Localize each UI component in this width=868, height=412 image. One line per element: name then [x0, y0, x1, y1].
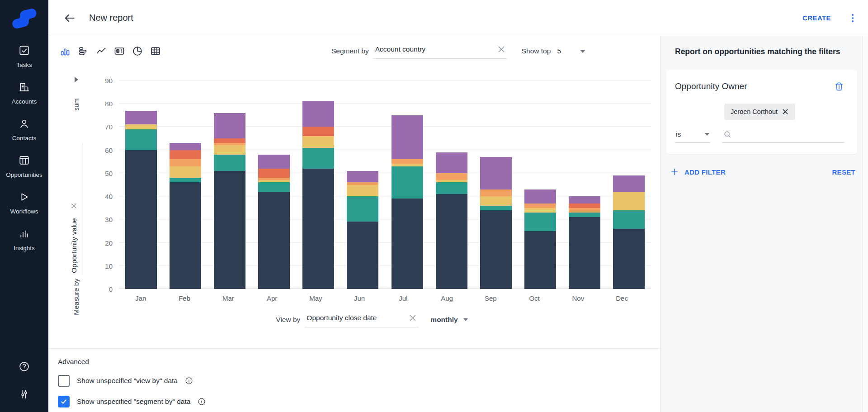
bar-jun[interactable]	[347, 171, 378, 289]
sidebar: TasksAccountsContactsOpportunitiesWorkfl…	[0, 0, 48, 412]
workflows-icon	[18, 191, 30, 205]
horizontal-bar-chart-icon[interactable]	[76, 44, 90, 58]
tasks-icon	[18, 44, 30, 58]
info-icon[interactable]	[197, 397, 206, 406]
measure-by-field[interactable]: Opportunity value	[70, 142, 83, 275]
chart-controls-row: Segment by Account country Show top 5	[48, 36, 660, 66]
bar-segment-segment-5-red	[214, 138, 245, 143]
sidebar-item-workflows[interactable]: Workflows	[0, 191, 48, 215]
filter-card: Opportunity Owner Jeroen Co	[666, 70, 857, 154]
segment-by-group: Segment by Account country	[331, 43, 507, 59]
bar-segment-segment-4-orange	[480, 189, 512, 196]
bar-segment-segment-3-yellow	[214, 145, 245, 154]
filters-panel: Report on opportunities matching the fil…	[660, 36, 868, 412]
filter-value-chip[interactable]: Jeroen Corthout	[724, 104, 795, 120]
measure-by-value[interactable]: Opportunity value	[70, 218, 78, 273]
sidebar-item-insights[interactable]: Insights	[0, 227, 48, 251]
segment-by-label: Segment by	[331, 47, 369, 55]
scrollbar[interactable]	[863, 36, 868, 412]
granularity-dropdown[interactable]: monthly	[430, 316, 467, 324]
view-by-value[interactable]: Opportunity close date	[307, 314, 377, 322]
x-label-oct: Oct	[519, 294, 550, 302]
info-icon[interactable]	[184, 376, 193, 385]
help-icon[interactable]	[18, 360, 30, 374]
trash-icon[interactable]	[834, 81, 844, 92]
bar-dec[interactable]	[613, 175, 645, 289]
bar-segment-segment-3-yellow	[480, 196, 512, 205]
sidebar-item-tasks[interactable]: Tasks	[0, 44, 48, 68]
kebab-menu-icon[interactable]	[850, 12, 855, 24]
x-label-dec: Dec	[606, 294, 638, 302]
app-window: TasksAccountsContactsOpportunitiesWorkfl…	[0, 0, 868, 412]
bar-segment-segment-3-yellow	[347, 185, 378, 197]
bar-segment-segment-5-red	[170, 150, 201, 159]
report-builder-panel: Segment by Account country Show top 5	[48, 36, 660, 412]
chevron-down-icon[interactable]	[705, 133, 709, 136]
show-top-dropdown[interactable]: Show top 5	[522, 47, 585, 55]
plot-area: 0102030405060708090	[119, 81, 651, 289]
aggregation-label[interactable]: sum	[73, 98, 80, 110]
x-label-feb: Feb	[169, 294, 200, 302]
add-filter-button[interactable]: ADD FILTER	[670, 167, 726, 176]
table-chart-icon[interactable]	[148, 44, 162, 58]
checkbox-checked[interactable]	[58, 396, 70, 407]
chevron-down-icon[interactable]	[463, 318, 468, 321]
back-arrow-icon[interactable]	[62, 10, 77, 26]
sidebar-item-label: Workflows	[10, 208, 38, 215]
bar-jan[interactable]	[125, 111, 157, 289]
segment-by-value[interactable]: Account country	[375, 45, 425, 53]
create-button[interactable]: CREATE	[802, 14, 831, 22]
chart-body: sum Measure by Opportunity value	[48, 66, 660, 348]
bar-jul[interactable]	[392, 115, 423, 289]
x-label-apr: Apr	[256, 294, 288, 302]
x-label-sep: Sep	[475, 294, 506, 302]
bar-segment-segment-2-teal	[302, 148, 334, 169]
advanced-option-label: Show unspecified "view by" data	[77, 377, 178, 385]
bar-segment-segment-2-teal	[347, 196, 378, 222]
bar-segment-segment-4-orange	[524, 204, 556, 208]
measure-by-clear-icon[interactable]	[70, 201, 78, 210]
reset-button[interactable]: RESET	[832, 168, 855, 176]
bar-segment-segment-6-purple	[170, 143, 201, 150]
show-top-value[interactable]: 5	[557, 47, 561, 55]
bar-aug[interactable]	[436, 152, 467, 289]
pie-chart-icon[interactable]	[130, 44, 144, 58]
operator-dropdown[interactable]: is	[675, 130, 710, 143]
granularity-value[interactable]: monthly	[430, 316, 458, 324]
segment-by-field[interactable]: Account country	[373, 43, 507, 59]
bar-segment-segment-4-orange	[170, 159, 201, 166]
sidebar-item-opportunities[interactable]: Opportunities	[0, 154, 48, 178]
view-by-clear-icon[interactable]	[408, 313, 418, 323]
bar-sep[interactable]	[480, 157, 512, 289]
line-chart-icon[interactable]	[94, 44, 108, 58]
y-tick-20: 20	[91, 239, 113, 246]
bar-may[interactable]	[302, 101, 334, 289]
scorecard-icon[interactable]	[112, 44, 126, 58]
checkbox-unchecked[interactable]	[58, 375, 70, 387]
bar-segment-segment-1-dark-navy	[347, 222, 378, 289]
chevron-down-icon[interactable]	[580, 50, 585, 53]
y-tick-60: 60	[91, 146, 113, 154]
collapse-caret-icon[interactable]	[75, 77, 78, 82]
sidebar-item-accounts[interactable]: Accounts	[0, 81, 48, 105]
bar-apr[interactable]	[258, 155, 290, 289]
bar-segment-segment-2-teal	[125, 129, 157, 150]
chip-remove-icon[interactable]	[782, 108, 789, 115]
bar-nov[interactable]	[569, 196, 600, 289]
bar-mar[interactable]	[214, 113, 245, 289]
bar-feb[interactable]	[170, 143, 201, 289]
settings-icon[interactable]	[18, 388, 30, 402]
y-tick-80: 80	[91, 100, 113, 108]
filters-panel-title: Report on opportunities matching the fil…	[675, 47, 857, 57]
bar-segment-segment-2-teal	[480, 206, 512, 210]
accounts-icon	[18, 81, 30, 95]
filter-search-input[interactable]	[722, 130, 844, 143]
bar-segment-segment-1-dark-navy	[170, 182, 201, 289]
x-label-jul: Jul	[387, 294, 419, 302]
segment-by-clear-icon[interactable]	[496, 44, 506, 54]
bar-oct[interactable]	[524, 189, 556, 289]
view-by-field[interactable]: Opportunity close date	[305, 312, 419, 327]
column-chart-icon[interactable]	[58, 44, 72, 58]
operator-value[interactable]: is	[676, 130, 681, 138]
sidebar-item-contacts[interactable]: Contacts	[0, 118, 48, 142]
